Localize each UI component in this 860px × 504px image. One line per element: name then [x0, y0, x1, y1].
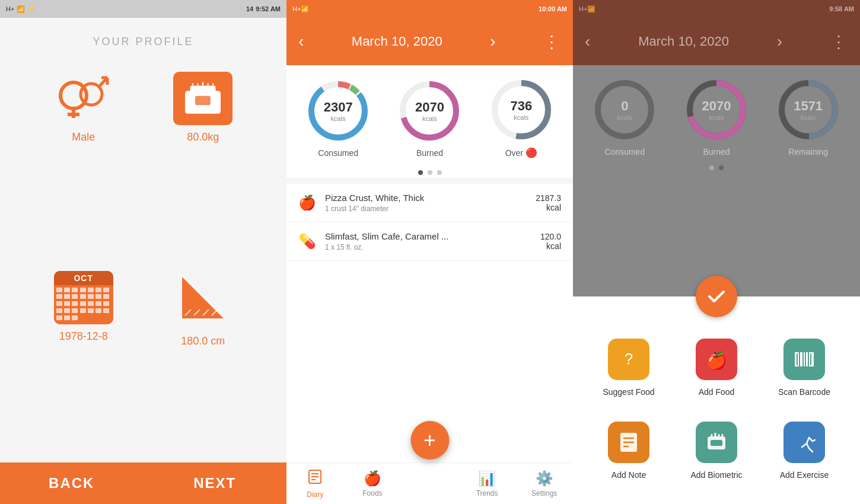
burned-unit: kcals — [415, 115, 444, 122]
next-date-button[interactable]: › — [490, 32, 495, 51]
trends-nav-icon: 📊 — [478, 470, 496, 487]
food-cal-value-1: 2187.3 — [536, 193, 561, 203]
current-date: March 10, 2020 — [352, 34, 442, 49]
suggest-food-icon: ? — [608, 339, 649, 380]
calendar-month: OCT — [54, 271, 113, 285]
consumed-display-3: 0 kcals — [617, 98, 632, 121]
burned-ring-chart-3: 2070 kcals — [684, 77, 749, 142]
add-exercise-icon — [783, 422, 825, 463]
profile-gender[interactable]: Male — [36, 72, 132, 247]
add-biometric-item[interactable]: Add Biometric — [673, 409, 760, 492]
nav-settings[interactable]: ⚙️ Settings — [515, 463, 573, 504]
svg-line-71 — [809, 448, 813, 452]
food-cal-2: 120.0 kcal — [540, 232, 561, 251]
dot-3-1 — [709, 165, 714, 170]
notification-count: 14 — [246, 5, 253, 12]
dot-3 — [437, 170, 442, 175]
calorie-summary: 2307 kcals Consumed 2070 kcals Burned — [286, 65, 573, 164]
burned-value-display: 2070 kcals — [415, 100, 444, 122]
suggest-food-label: Suggest Food — [603, 387, 654, 397]
profile-actions: BACK NEXT — [0, 462, 286, 504]
add-menu-header: ‹ March 10, 2020 › ⋮ — [573, 18, 860, 65]
svg-text:🍎: 🍎 — [706, 351, 727, 371]
consumed-ring-3: 0 kcals Consumed — [592, 77, 657, 157]
bottom-navigation: Diary 🍎 Foods 📊 Trends ⚙️ Settings — [286, 462, 573, 504]
add-menu-top: 0 kcals Consumed 2070 kcals — [573, 65, 860, 296]
scale-icon — [173, 72, 232, 125]
nav-trends[interactable]: 📊 Trends — [458, 463, 516, 504]
consumed-label: Consumed — [318, 148, 358, 158]
food-item-2[interactable]: 💊 Slimfast, Slim Cafe, Caramel ... 1 x 1… — [286, 222, 573, 261]
height-label: 180.0 cm — [181, 335, 225, 347]
add-food-item[interactable]: 🍎 Add Food — [673, 326, 760, 409]
gender-icon — [57, 72, 110, 125]
remaining-label-3: Remaining — [788, 147, 828, 157]
over-ring: 736 kcals Over 🔴 — [489, 77, 554, 158]
food-name-2: Slimfast, Slim Cafe, Caramel ... — [325, 231, 531, 241]
profile-height[interactable]: 180.0 cm — [155, 271, 251, 451]
svg-line-73 — [813, 440, 815, 441]
food-info-2: Slimfast, Slim Cafe, Caramel ... 1 x 15 … — [325, 231, 531, 251]
back-button[interactable]: BACK — [0, 462, 144, 504]
add-exercise-item[interactable]: Add Exercise — [760, 409, 848, 492]
confirm-button[interactable] — [696, 276, 737, 317]
over-ring-chart: 736 kcals — [489, 77, 554, 142]
add-fab-button[interactable]: + — [410, 421, 449, 460]
consumed-label-3: Consumed — [604, 147, 645, 157]
screen-diary: H+📶 10:00 AM ‹ March 10, 2020 › ⋮ 2307 k… — [286, 0, 573, 504]
dot-3-2 — [719, 165, 724, 170]
svg-rect-43 — [798, 352, 799, 366]
more-menu-btn-3[interactable]: ⋮ — [830, 32, 848, 52]
profile-weight[interactable]: 80.0kg — [155, 72, 251, 247]
food-cal-1: 2187.3 kcal — [536, 193, 561, 212]
over-unit: kcals — [510, 114, 532, 121]
carousel-dots — [286, 164, 573, 178]
time-3: 9:58 AM — [829, 5, 854, 12]
burned-unit-3: kcals — [702, 114, 731, 121]
nav-diary[interactable]: Diary — [286, 463, 344, 504]
dot-2 — [428, 170, 432, 175]
remaining-value-3: 1571 — [794, 98, 823, 114]
scan-barcode-item[interactable]: Scan Barcode — [760, 326, 848, 409]
add-food-icon: 🍎 — [696, 339, 737, 380]
add-food-label: Add Food — [699, 387, 735, 397]
screen-profile: H+ 📶 ⚡ 14 9:52 AM YOUR PROFILE — [0, 0, 286, 504]
current-date-3: March 10, 2020 — [638, 34, 729, 49]
usb-icon: ⚡ — [27, 5, 36, 13]
svg-rect-14 — [195, 96, 211, 105]
burned-value-3: 2070 — [702, 98, 731, 114]
signal-2: H+📶 — [292, 5, 309, 13]
suggest-food-item[interactable]: ? Suggest Food — [585, 326, 673, 409]
add-note-label: Add Note — [611, 470, 646, 480]
diary-nav-icon — [307, 469, 323, 488]
burned-label: Burned — [416, 148, 443, 158]
signal-info: H+ 📶 ⚡ — [6, 5, 36, 13]
height-icon — [176, 271, 230, 329]
profile-birthday[interactable]: OCT 1978-12-8 — [36, 271, 132, 451]
nav-foods[interactable]: 🍎 Foods — [344, 463, 402, 504]
food-item-1[interactable]: 🍎 Pizza Crust, White, Thick 1 crust 14" … — [286, 184, 573, 222]
svg-rect-47 — [809, 352, 810, 366]
consumed-unit-3: kcals — [617, 114, 632, 121]
scan-barcode-label: Scan Barcode — [778, 387, 830, 397]
next-date-btn-3[interactable]: › — [777, 32, 782, 51]
svg-rect-44 — [800, 352, 802, 366]
time-2: 10:00 AM — [539, 5, 567, 12]
burned-value: 2070 — [415, 100, 444, 115]
weight-label: 80.0kg — [187, 131, 219, 143]
next-button[interactable]: NEXT — [144, 462, 287, 504]
prev-date-button[interactable]: ‹ — [298, 32, 304, 51]
nav-settings-label: Settings — [531, 489, 557, 497]
diary-header: ‹ March 10, 2020 › ⋮ — [286, 18, 573, 65]
foods-nav-icon: 🍎 — [364, 470, 381, 487]
signal-3: H+📶 — [579, 5, 595, 13]
more-menu-button[interactable]: ⋮ — [543, 32, 561, 52]
svg-rect-45 — [804, 352, 805, 366]
add-note-icon — [608, 422, 649, 463]
svg-rect-56 — [813, 363, 814, 366]
consumed-unit: kcals — [324, 115, 353, 122]
gender-label: Male — [72, 131, 95, 143]
nav-diary-label: Diary — [307, 490, 323, 499]
add-note-item[interactable]: Add Note — [585, 409, 673, 492]
prev-date-btn-3[interactable]: ‹ — [585, 32, 590, 51]
